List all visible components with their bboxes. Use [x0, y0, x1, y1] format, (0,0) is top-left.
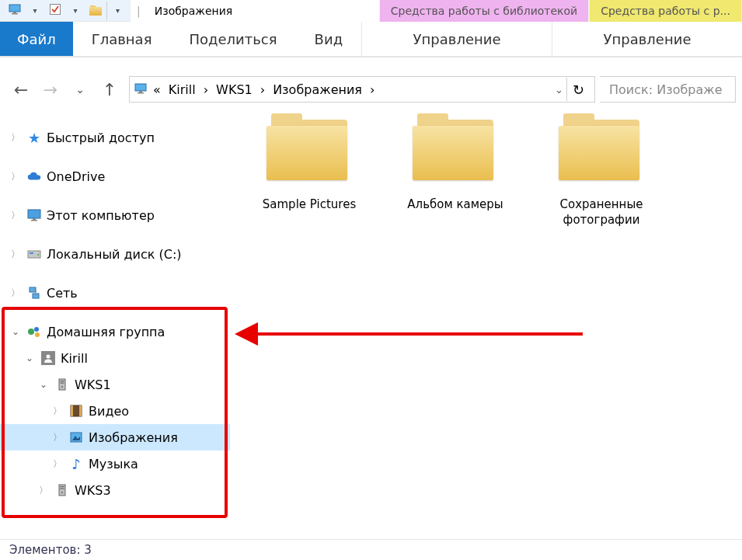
tree-onedrive[interactable]: 〉 OneDrive [0, 163, 230, 190]
chevron-right-icon[interactable]: 〉 [9, 248, 22, 261]
chevron-right-icon[interactable]: 〉 [9, 131, 22, 144]
breadcrumb-images[interactable]: Изображения [268, 77, 367, 102]
ribbon-tab-view[interactable]: Вид [296, 22, 362, 56]
main-area: 〉 ★ Быстрый доступ 〉 OneDrive 〉 Этот ком… [0, 104, 742, 533]
tree-video[interactable]: 〉 Видео [0, 398, 230, 424]
qat-customize-dropdown[interactable]: ▾ [106, 2, 125, 20]
monitor-icon [26, 207, 42, 223]
title-bar: ▾ ▾ ▾ | Изображения Средства работы с би… [0, 0, 742, 22]
folder-sample-pictures[interactable]: Sample Pictures [247, 113, 371, 213]
tree-homegroup[interactable]: ⌄ Домашняя группа [0, 318, 230, 345]
svg-rect-30 [61, 489, 64, 489]
chevron-right-icon[interactable]: 〉 [51, 457, 64, 471]
svg-rect-21 [61, 383, 64, 384]
address-bar[interactable]: « Kirill › WKS1 › Изображения › ⌄ ↻ [129, 76, 595, 103]
svg-point-15 [28, 329, 34, 335]
nav-recent-dropdown[interactable]: ⌄ [65, 75, 95, 104]
properties-icon[interactable] [46, 2, 64, 20]
tree-label: Музыка [89, 457, 138, 471]
svg-rect-1 [13, 12, 16, 13]
svg-point-18 [47, 355, 51, 359]
svg-point-12 [37, 254, 39, 256]
tree-quick-access[interactable]: 〉 ★ Быстрый доступ [0, 124, 230, 151]
svg-point-17 [35, 332, 40, 337]
tree-user-kirill[interactable]: ⌄ Kirill [0, 345, 230, 371]
title-separator: | [137, 5, 141, 17]
svg-rect-24 [71, 405, 73, 416]
tree-this-pc[interactable]: 〉 Этот компьютер [0, 202, 230, 228]
qat-dropdown-2[interactable]: ▾ [66, 2, 85, 20]
breadcrumb-chevron-3[interactable]: › [367, 77, 378, 102]
current-folder-icon [86, 2, 105, 20]
breadcrumb-chevron-2[interactable]: › [257, 77, 268, 102]
breadcrumb-chevron-1[interactable]: › [200, 77, 211, 102]
tree-label: Изображения [89, 430, 178, 445]
tree-wks3[interactable]: 〉 WKS3 [0, 477, 230, 503]
chevron-right-icon[interactable]: 〉 [9, 287, 22, 300]
svg-point-16 [34, 327, 39, 332]
svg-rect-20 [61, 381, 64, 381]
tree-label: Видео [89, 404, 129, 419]
network-icon [26, 285, 42, 301]
status-count-label: Элементов: [9, 543, 80, 557]
tree-local-disk[interactable]: 〉 Локальный диск (C:) [0, 241, 230, 267]
chevron-right-icon[interactable]: 〉 [9, 170, 22, 183]
nav-back-button[interactable]: ← [6, 75, 36, 104]
system-icon[interactable] [5, 2, 24, 20]
breadcrumb-overflow[interactable]: « [150, 77, 164, 102]
svg-rect-7 [28, 210, 40, 218]
folder-content[interactable]: Sample Pictures Альбом камеры Сохраненны… [230, 104, 742, 533]
context-tab-library[interactable]: Средства работы с библиотекой [379, 0, 589, 22]
tree-music[interactable]: 〉 ♪ Музыка [0, 450, 230, 477]
svg-rect-11 [30, 252, 33, 254]
ribbon-tab-manage-library[interactable]: Управление [361, 22, 552, 56]
search-input[interactable]: Поиск: Изображе [600, 76, 736, 103]
ribbon-tab-manage-pictures[interactable]: Управление [552, 22, 742, 56]
qat-dropdown-1[interactable]: ▾ [26, 2, 44, 20]
svg-rect-0 [9, 5, 20, 12]
window-title: Изображения [147, 0, 232, 22]
svg-point-31 [61, 492, 63, 493]
tree-network[interactable]: 〉 Сеть [0, 280, 230, 306]
navigation-tree[interactable]: 〉 ★ Быстрый доступ 〉 OneDrive 〉 Этот ком… [0, 104, 230, 533]
star-icon: ★ [26, 130, 42, 145]
refresh-button[interactable]: ↻ [566, 78, 590, 101]
chevron-right-icon[interactable]: 〉 [37, 484, 50, 497]
svg-rect-2 [12, 13, 18, 15]
cloud-icon [26, 169, 42, 184]
quick-access-toolbar: ▾ ▾ ▾ [0, 0, 131, 22]
context-tab-pictures[interactable]: Средства работы с р... [589, 0, 742, 22]
tree-images[interactable]: 〉 Изображения [0, 424, 230, 450]
chevron-down-icon[interactable]: ⌄ [37, 379, 50, 390]
tree-label: Kirill [61, 351, 88, 366]
svg-rect-6 [138, 92, 144, 94]
ribbon-tab-file[interactable]: Файл [0, 22, 73, 56]
computer-tower-icon [54, 377, 70, 392]
chevron-right-icon[interactable]: 〉 [51, 405, 64, 418]
pictures-icon [68, 430, 84, 445]
chevron-right-icon[interactable]: 〉 [9, 209, 22, 222]
disk-icon [26, 246, 42, 262]
tree-wks1[interactable]: ⌄ WKS1 [0, 371, 230, 398]
breadcrumb-wks1[interactable]: WKS1 [211, 77, 257, 102]
folder-icon [266, 113, 352, 183]
tree-label: Локальный диск (C:) [47, 247, 182, 262]
svg-rect-5 [139, 91, 142, 92]
nav-forward-button[interactable]: → [36, 75, 65, 104]
folder-camera-roll[interactable]: Альбом камеры [393, 113, 517, 213]
svg-rect-9 [31, 220, 37, 221]
tree-label: Быстрый доступ [47, 130, 155, 145]
svg-rect-29 [61, 486, 64, 487]
folder-saved-pictures[interactable]: Сохраненные фотографии [539, 113, 664, 228]
nav-up-button[interactable]: ↑ [95, 75, 124, 104]
chevron-down-icon[interactable]: ⌄ [9, 326, 22, 337]
breadcrumb-kirill[interactable]: Kirill [164, 77, 200, 102]
address-bar-dropdown[interactable]: ⌄ [555, 84, 563, 96]
ribbon-tab-share[interactable]: Поделиться [170, 22, 295, 56]
folder-icon [413, 113, 498, 183]
tree-label: WKS1 [75, 377, 111, 392]
ribbon-tab-home[interactable]: Главная [73, 22, 171, 56]
chevron-down-icon[interactable]: ⌄ [23, 353, 36, 363]
chevron-right-icon[interactable]: 〉 [51, 431, 64, 444]
user-icon [40, 350, 56, 366]
